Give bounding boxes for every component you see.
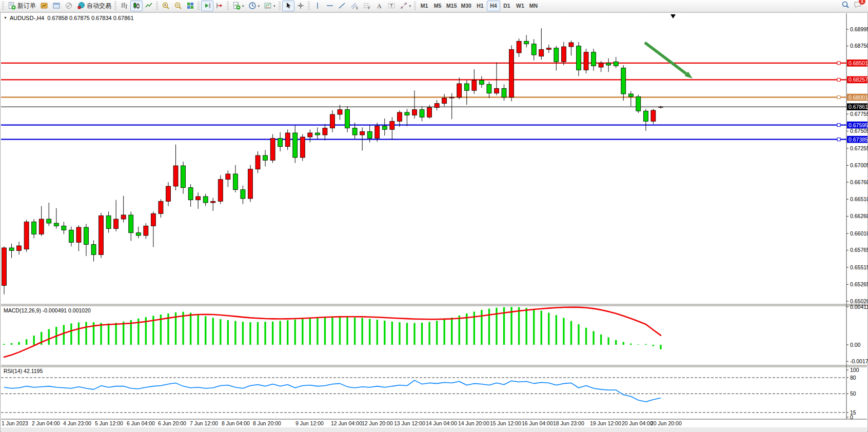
hline-handle[interactable] <box>837 96 840 99</box>
label-icon: T <box>387 2 396 10</box>
time-axis-label: 12 Jun 04:00 <box>331 420 362 426</box>
toolbar-drag-handle[interactable] <box>2 2 4 10</box>
macd-histogram-bar <box>377 320 378 345</box>
trendline-button[interactable] <box>336 1 348 11</box>
tf-m5[interactable]: M5 <box>431 1 444 11</box>
hline-icon <box>326 2 334 10</box>
chart-canvas[interactable]: 0.685010.682570.680010.678610.675950.673… <box>0 12 868 432</box>
price-tick-label: 0.68750 <box>850 43 868 49</box>
candle-body <box>255 155 260 169</box>
candle-body <box>606 63 611 65</box>
macd-indicator-label: MACD(12,26,9) -0.000491 0.001020 <box>4 307 91 313</box>
chevron-down-icon[interactable]: ▾ <box>273 4 275 8</box>
fibonacci-button[interactable]: F <box>361 1 373 11</box>
notifications-button[interactable]: 1 <box>854 1 862 11</box>
candle-body <box>151 213 155 226</box>
periods-button[interactable]: ▾ <box>246 1 262 11</box>
tf-m15[interactable]: M15 <box>444 1 459 11</box>
hline-handle[interactable] <box>837 138 840 141</box>
macd-histogram-bar <box>607 338 609 345</box>
cursor-icon <box>284 2 292 10</box>
horizontal-line-button[interactable] <box>324 1 336 11</box>
candle-body <box>412 110 417 115</box>
tf-d1[interactable]: D1 <box>500 1 514 11</box>
zoom-out-button[interactable] <box>172 1 184 11</box>
candle-body <box>435 104 439 108</box>
price-badge-text: 0.68257 <box>849 76 868 83</box>
crosshair-button[interactable] <box>294 1 307 11</box>
hline-handle[interactable] <box>837 124 840 127</box>
vertical-line-button[interactable] <box>311 1 324 11</box>
tf-m1[interactable]: M1 <box>418 1 431 11</box>
tf-m30[interactable]: M30 <box>459 1 474 11</box>
macd-histogram-bar <box>234 321 236 345</box>
toolbar-drag-handle[interactable] <box>227 2 229 10</box>
terminal-button[interactable] <box>50 1 63 11</box>
toolbar-drag-handle[interactable] <box>198 2 200 10</box>
toolbar-drag-handle[interactable] <box>414 2 416 10</box>
candle-body <box>233 174 238 190</box>
autotrading-button[interactable]: 自动交易 <box>75 1 113 11</box>
channel-button[interactable]: E <box>348 1 361 11</box>
tf-mn[interactable]: MN <box>527 1 540 11</box>
text-icon: A <box>375 2 383 10</box>
candle-body <box>345 110 350 128</box>
label-button[interactable]: T <box>385 1 398 11</box>
time-axis[interactable]: 1 Jun 20232 Jun 04:004 Jun 23:005 Jun 12… <box>2 420 682 426</box>
rsi-indicator-label: RSI(14) 42.1195 <box>4 368 43 374</box>
candle-body <box>405 112 409 115</box>
candle-body <box>636 96 641 111</box>
time-axis-label: 8 Jun 04:00 <box>222 420 250 426</box>
candle-body <box>502 88 506 97</box>
macd-histogram-bar <box>3 344 5 345</box>
indicators-button[interactable]: ▾ <box>230 1 246 11</box>
toolbar-group-trade: 新订单自动交易 <box>6 0 113 11</box>
macd-histogram-bar <box>48 329 50 345</box>
candle-body <box>263 155 268 160</box>
macd-histogram-bar <box>205 316 206 345</box>
toolbar-drag-handle[interactable] <box>114 2 116 10</box>
toolbar-drag-handle[interactable] <box>279 2 281 10</box>
hline-handle[interactable] <box>837 62 840 65</box>
text-button[interactable]: A <box>373 1 385 11</box>
macd-histogram-bar <box>279 321 281 345</box>
tf-w1[interactable]: W1 <box>514 1 527 11</box>
zoom-in-button[interactable] <box>160 1 172 11</box>
cursor-button[interactable] <box>282 1 294 11</box>
tf-h4[interactable]: H4 <box>487 1 500 11</box>
chevron-down-icon[interactable]: ▾ <box>409 4 411 8</box>
signals-icon <box>65 2 73 10</box>
macd-histogram-bar <box>317 317 318 345</box>
collapse-triangle-icon[interactable] <box>4 15 10 21</box>
macd-histogram-bar <box>272 322 273 345</box>
templates-button[interactable]: ▾ <box>262 1 278 11</box>
auto-scroll-button[interactable] <box>201 1 213 11</box>
toolbar-group-pointer <box>282 0 307 11</box>
toolbar-drag-handle[interactable] <box>156 2 158 10</box>
toolbar-group-objects: EFAT▾ <box>311 0 413 11</box>
trading-terminal-window: 新订单自动交易▾▾▾EFAT▾M1M5M15M30H1H4D1W1MN1 0.6… <box>0 0 868 432</box>
candle-body <box>375 126 380 139</box>
rsi-tick-label: 50 <box>850 390 856 397</box>
arrows-icon <box>400 2 408 10</box>
hline-handle[interactable] <box>837 78 840 81</box>
new-order-button[interactable]: 新订单 <box>6 1 38 11</box>
tile-windows-button[interactable] <box>184 1 196 11</box>
line-chart-button[interactable] <box>143 1 155 11</box>
candle-body <box>554 48 559 62</box>
tf-m30-label: M30 <box>461 3 471 9</box>
signals-button[interactable] <box>63 1 75 11</box>
arrows-button[interactable]: ▾ <box>398 1 413 11</box>
time-axis-label: 18 Jun 23:00 <box>553 420 584 426</box>
candle-body <box>136 233 141 235</box>
bar-chart-button[interactable] <box>118 1 130 11</box>
chevron-down-icon[interactable]: ▾ <box>242 4 244 8</box>
chart-shift-button[interactable] <box>213 1 226 11</box>
toolbar-drag-handle[interactable] <box>308 2 310 10</box>
price-tick-label: 0.67755 <box>850 111 868 117</box>
tf-h1[interactable]: H1 <box>474 1 487 11</box>
search-button[interactable] <box>841 1 850 11</box>
chevron-down-icon[interactable]: ▾ <box>258 4 260 8</box>
candlestick-button[interactable] <box>130 1 143 11</box>
chart-window-button[interactable] <box>38 1 50 11</box>
